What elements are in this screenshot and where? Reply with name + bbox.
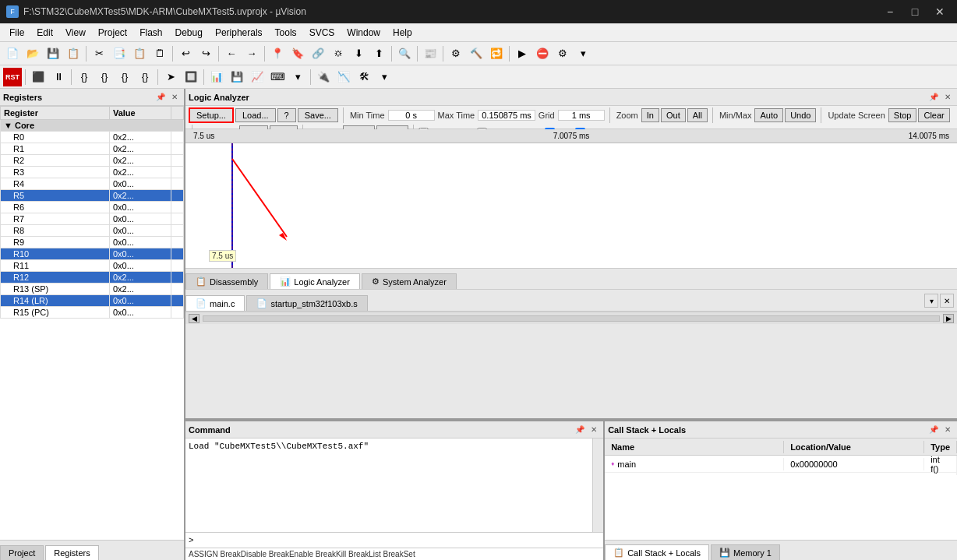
cs-cell-type-main: int f() [924,456,957,475]
tb-b2[interactable]: 🔖 [288,44,307,63]
menu-tools[interactable]: Tools [269,26,303,40]
tb-b5[interactable]: ⬇ [349,44,368,63]
file-tabs-close[interactable]: ✕ [940,294,954,308]
la-zoom-in-button[interactable]: In [641,108,659,122]
tab-logic-analyzer[interactable]: 📊 Logic Analyzer [270,273,360,289]
la-close[interactable]: ✕ [941,91,954,104]
tb-undo[interactable]: ↩ [176,44,195,63]
tb-b4[interactable]: ⛭ [329,44,348,63]
tab-disassembly[interactable]: 📋 Disassembly [185,273,268,289]
tb-cut[interactable]: ✂ [90,44,108,63]
tb2-braces3[interactable]: {} [115,68,134,86]
la-save-button[interactable]: Save... [298,108,338,122]
la-zoom-all-button[interactable]: All [687,108,708,122]
menu-debug[interactable]: Debug [169,26,209,40]
tb2-la[interactable]: 📉 [334,68,353,86]
maximize-button[interactable]: □ [904,4,926,19]
tb-b6[interactable]: ⬆ [369,44,388,63]
la-zoom-out-button[interactable]: Out [661,108,686,122]
file-tab-main-c[interactable]: 📄 main.c [185,295,245,311]
la-pin[interactable]: 📌 [927,91,940,104]
la-undo-button[interactable]: Undo [785,108,816,122]
la-stop-button[interactable]: Stop [888,108,917,122]
cs-close[interactable]: ✕ [941,424,954,436]
tb-build[interactable]: 🔨 [467,44,486,63]
command-input[interactable] [197,536,601,545]
menu-view[interactable]: View [59,26,92,40]
tb-dbg[interactable]: ▶ [513,44,531,63]
la-clear-button[interactable]: Clear [918,108,949,122]
reg-value: 0x2... [109,132,171,143]
tb-right[interactable]: → [242,44,261,63]
tb2-braces4[interactable]: {} [136,68,154,86]
la-sep2 [609,107,610,123]
command-scrollbar[interactable] [592,438,603,532]
menu-peripherals[interactable]: Peripherals [209,26,269,40]
tb2-b1[interactable]: ⬛ [29,68,48,86]
tb-save2[interactable]: 📋 [64,44,83,63]
col-value: Value [109,107,171,120]
file-tab-startup[interactable]: 📄 startup_stm32f103xb.s [246,295,367,311]
la-load-button[interactable]: Load... [235,108,276,122]
menu-flash[interactable]: Flash [133,26,168,40]
tb2-rst[interactable]: RST [3,68,22,86]
tb2-trace[interactable]: 📈 [248,68,267,86]
tb-left[interactable]: ← [222,44,241,63]
tb2-arrow[interactable]: ➤ [161,68,180,86]
tb-find[interactable]: 🔍 [395,44,414,63]
cs-pin[interactable]: 📌 [927,424,940,436]
menu-help[interactable]: Help [387,26,418,40]
tb2-more[interactable]: ▾ [288,68,307,86]
command-pin[interactable]: 📌 [574,424,586,436]
file-scroll-left[interactable]: ◀ [189,314,200,323]
menu-window[interactable]: Window [341,26,387,40]
minimize-button[interactable]: − [879,4,901,19]
file-tabs-down[interactable]: ▾ [924,294,938,308]
tb2-periph[interactable]: 🔌 [314,68,333,86]
menu-project[interactable]: Project [92,26,133,40]
tb2-braces1[interactable]: {} [75,68,94,86]
tab-system-analyzer[interactable]: ⚙ System Analyzer [362,273,457,289]
tb-more[interactable]: ▾ [574,44,592,63]
tb-open[interactable]: 📂 [23,44,42,63]
tb-doc[interactable]: 📰 [421,44,440,63]
menu-svcs[interactable]: SVCS [303,26,341,40]
tb2-cmd[interactable]: ⌨ [268,68,287,86]
command-close[interactable]: ✕ [588,424,600,436]
registers-close[interactable]: ✕ [168,91,181,104]
cs-tab-memory[interactable]: 💾 Memory 1 [711,544,780,560]
menu-edit[interactable]: Edit [30,26,59,40]
la-signal-area: 7.5 us [185,143,957,268]
tab-registers[interactable]: Registers [45,545,98,560]
tb-rebuild[interactable]: 🔁 [487,44,506,63]
tb2-reg[interactable]: 📊 [207,68,226,86]
tb-save[interactable]: 💾 [44,44,62,63]
tb2-more2[interactable]: ▾ [375,68,394,86]
la-help-button[interactable]: ? [277,108,296,122]
tb-setting[interactable]: ⚙ [553,44,572,63]
menu-file[interactable]: File [3,26,30,40]
tab-project[interactable]: Project [0,545,44,560]
tb2-step[interactable]: 🔲 [182,68,200,86]
tb-b1[interactable]: 📍 [268,44,287,63]
tb-dbg2[interactable]: ⛔ [533,44,552,63]
file-scroll-track[interactable] [203,315,940,322]
tb2-braces2[interactable]: {} [95,68,114,86]
tb2-tools[interactable]: 🛠 [355,68,373,86]
close-button[interactable]: ✕ [929,4,951,19]
tb-format[interactable]: 🗒 [150,44,169,63]
tb-new[interactable]: 📄 [3,44,22,63]
file-scroll-right[interactable]: ▶ [943,314,954,323]
tb2-stop[interactable]: ⏸ [49,68,68,86]
la-setup-button[interactable]: Setup... [189,107,234,123]
tb2-mem[interactable]: 💾 [228,68,246,86]
tb-compile[interactable]: ⚙ [447,44,465,63]
la-auto-button[interactable]: Auto [754,108,783,122]
tb-redo[interactable]: ↪ [196,44,215,63]
cs-tab-callstack[interactable]: 📋 Call Stack + Locals [605,544,709,560]
tb-paste[interactable]: 📋 [130,44,149,63]
tb-b3[interactable]: 🔗 [309,44,327,63]
command-input-area: > [185,532,603,548]
tb-copy[interactable]: 📑 [110,44,129,63]
registers-pin[interactable]: 📌 [154,91,167,104]
